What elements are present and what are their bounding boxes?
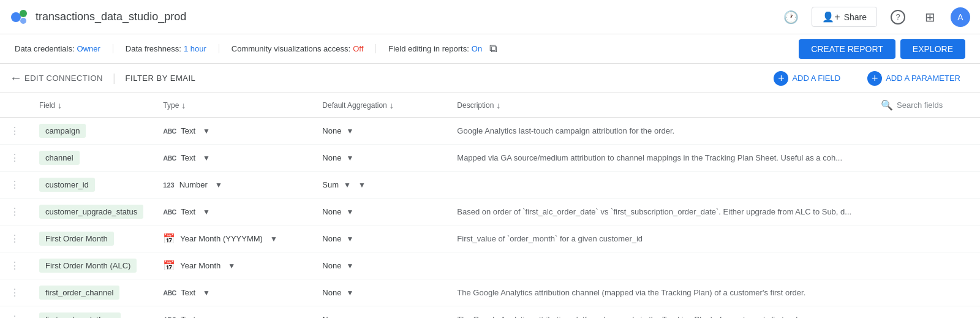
type-cell: ABC Text ▼ bbox=[153, 145, 312, 172]
aggregation-cell: None ▼ bbox=[312, 118, 447, 145]
agg-dropdown[interactable]: ▼ bbox=[346, 154, 353, 162]
type-cell: 123 Number ▼ bbox=[153, 172, 312, 199]
field-name[interactable]: first_order_channel bbox=[39, 286, 119, 300]
field-name[interactable]: First Order Month (ALC) bbox=[39, 259, 137, 273]
agg-dropdown[interactable]: ▼ bbox=[346, 235, 353, 243]
type-cell: ABC Text ▼ bbox=[153, 199, 312, 225]
type-cell: ABC Text ▼ bbox=[153, 279, 312, 306]
field-sort-icon[interactable]: ↓ bbox=[58, 100, 62, 110]
field-name-cell: First Order Month bbox=[29, 225, 153, 252]
filter-by-email-button[interactable]: FILTER BY EMAIL bbox=[126, 74, 196, 83]
help-button[interactable]: ? bbox=[887, 6, 909, 28]
add-field-button[interactable]: + ADD A FIELD bbox=[764, 67, 850, 89]
add-parameter-button[interactable]: + ADD A PARAMETER bbox=[858, 67, 970, 89]
edit-connection-button[interactable]: ← EDIT CONNECTION bbox=[10, 71, 103, 85]
drag-handle[interactable]: ⋮ bbox=[10, 180, 20, 190]
col-header-description[interactable]: Description ↓ bbox=[447, 93, 869, 118]
community-value[interactable]: Off bbox=[353, 44, 363, 53]
type-sort-icon[interactable]: ↓ bbox=[181, 100, 186, 110]
explore-button[interactable]: EXPLORE bbox=[900, 39, 965, 59]
table-row: ⋮first_order_channel ABC Text ▼ None ▼Th… bbox=[0, 279, 980, 306]
col-header-field[interactable]: Field ↓ bbox=[29, 93, 153, 118]
field-name[interactable]: channel bbox=[39, 151, 80, 165]
type-dropdown[interactable]: ▼ bbox=[203, 208, 210, 216]
drag-handle-cell: ⋮ bbox=[0, 279, 29, 306]
type-dropdown[interactable]: ▼ bbox=[203, 127, 210, 135]
share-button[interactable]: 👤+ Share bbox=[812, 7, 877, 27]
type-dropdown[interactable]: ▼ bbox=[203, 316, 210, 319]
description-cell: The Google Analytics attribution platfor… bbox=[447, 306, 869, 319]
avatar[interactable]: A bbox=[951, 7, 970, 27]
number-type-icon: 123 bbox=[163, 181, 174, 189]
agg-dropdown[interactable]: ▼ bbox=[346, 289, 353, 297]
aggregation-value: None bbox=[322, 153, 341, 162]
desc-sort-icon[interactable]: ↓ bbox=[496, 100, 500, 110]
calendar-type-icon: 📅 bbox=[163, 233, 175, 244]
description-text: Mapped via GA source/medium attribution … bbox=[457, 153, 842, 162]
type-dropdown[interactable]: ▼ bbox=[215, 181, 222, 189]
drag-handle[interactable]: ⋮ bbox=[10, 260, 20, 271]
agg-dropdown[interactable]: ▼ bbox=[346, 208, 353, 216]
drag-handle[interactable]: ⋮ bbox=[10, 126, 20, 136]
create-report-button[interactable]: CREATE REPORT bbox=[799, 39, 895, 59]
type-label: Text bbox=[181, 153, 195, 162]
grid-button[interactable]: ⊞ bbox=[919, 6, 941, 28]
type-label: Year Month bbox=[180, 261, 221, 270]
drag-handle[interactable]: ⋮ bbox=[10, 153, 20, 163]
separator: | bbox=[113, 72, 116, 85]
table-body: ⋮campaign ABC Text ▼ None ▼Google Analyt… bbox=[0, 118, 980, 319]
agg-sort-icon[interactable]: ↓ bbox=[390, 100, 394, 110]
empty-search-col bbox=[869, 225, 980, 252]
field-name[interactable]: customer_upgrade_status bbox=[39, 205, 143, 219]
field-name-cell: campaign bbox=[29, 118, 153, 145]
type-cell: ABC Text ▼ bbox=[153, 118, 312, 145]
table-header-row: Field ↓ Type ↓ Default Aggregation ↓ bbox=[0, 93, 980, 118]
aggregation-cell: None ▼ bbox=[312, 225, 447, 252]
fields-table: Field ↓ Type ↓ Default Aggregation ↓ bbox=[0, 93, 980, 318]
agg-dropdown[interactable]: ▼ bbox=[346, 262, 353, 270]
history-button[interactable]: 🕐 bbox=[780, 6, 802, 28]
abc-type-icon: ABC bbox=[163, 289, 176, 297]
type-dropdown[interactable]: ▼ bbox=[203, 154, 210, 162]
description-text: The Google Analytics attribution channel… bbox=[457, 288, 805, 297]
connection-bar: ← EDIT CONNECTION | FILTER BY EMAIL + AD… bbox=[0, 64, 980, 93]
agg-extra-dropdown[interactable]: ▼ bbox=[358, 181, 366, 189]
history-icon: 🕐 bbox=[783, 10, 799, 25]
drag-handle[interactable]: ⋮ bbox=[10, 287, 20, 298]
field-name-cell: channel bbox=[29, 145, 153, 172]
drag-handle-cell: ⋮ bbox=[0, 306, 29, 319]
type-dropdown[interactable]: ▼ bbox=[228, 262, 235, 270]
col-header-aggregation[interactable]: Default Aggregation ↓ bbox=[312, 93, 447, 118]
agg-dropdown[interactable]: ▼ bbox=[346, 127, 353, 135]
col-header-search: 🔍 bbox=[869, 93, 980, 118]
aggregation-cell: None ▼ bbox=[312, 145, 447, 172]
aggregation-value: None bbox=[322, 288, 341, 297]
agg-dropdown[interactable]: ▼ bbox=[344, 181, 351, 189]
drag-handle[interactable]: ⋮ bbox=[10, 314, 20, 318]
top-nav: transactions_data_studio_prod 🕐 👤+ Share… bbox=[0, 0, 980, 34]
editing-value[interactable]: On bbox=[472, 44, 482, 53]
aggregation-cell: None ▼ bbox=[312, 306, 447, 319]
field-name[interactable]: First Order Month bbox=[39, 232, 114, 246]
empty-search-col bbox=[869, 172, 980, 199]
type-dropdown[interactable]: ▼ bbox=[270, 235, 277, 243]
empty-search-col bbox=[869, 306, 980, 319]
search-input[interactable] bbox=[897, 100, 970, 110]
agg-dropdown[interactable]: ▼ bbox=[346, 316, 353, 319]
field-name[interactable]: first_order_platform bbox=[39, 312, 121, 318]
freshness-value[interactable]: 1 hour bbox=[184, 44, 206, 53]
col-header-type[interactable]: Type ↓ bbox=[153, 93, 312, 118]
abc-type-icon: ABC bbox=[163, 154, 176, 162]
credentials-value[interactable]: Owner bbox=[77, 44, 100, 53]
drag-handle[interactable]: ⋮ bbox=[10, 233, 20, 244]
type-dropdown[interactable]: ▼ bbox=[203, 289, 210, 297]
field-name[interactable]: customer_id bbox=[39, 178, 95, 192]
empty-search-col bbox=[869, 118, 980, 145]
field-name[interactable]: campaign bbox=[39, 124, 86, 138]
copy-icon[interactable]: ⧉ bbox=[489, 42, 497, 55]
description-cell: Google Analytics last-touch campaign att… bbox=[447, 118, 869, 145]
app-title: transactions_data_studio_prod bbox=[36, 10, 186, 23]
drag-handle[interactable]: ⋮ bbox=[10, 206, 20, 217]
empty-search-col bbox=[869, 145, 980, 172]
person-add-icon: 👤+ bbox=[822, 11, 840, 23]
